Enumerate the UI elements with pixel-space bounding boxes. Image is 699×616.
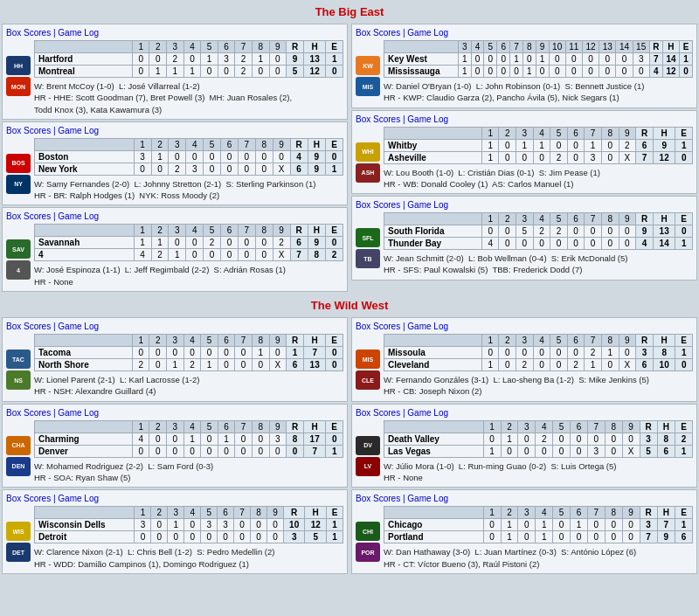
charming-logo: CHA [6, 436, 31, 455]
box-scores-link[interactable]: Box Scores [6, 28, 51, 38]
game-log-link[interactable]: Game Log [58, 494, 99, 503]
game-notes: W: Lou Booth (1-0) L: Cristián Dias (0-1… [384, 167, 693, 190]
table-row: Portland 010100000 796 [384, 531, 693, 543]
table-row: Death Valley 010200000 382 [384, 433, 693, 445]
game-links: Box Scores | Game Log [6, 28, 343, 38]
score-table: 123456789 RHE South Florida 005220000 91… [384, 212, 693, 250]
score-table: 123456789 RHE Hartford 002013210 9131 [34, 40, 343, 78]
game-wis-det: Box Scores | Game Log WIS DET [2, 489, 348, 574]
montreal-logo: MON [6, 77, 31, 96]
game-notes: W: Daniel O'Bryan (1-0) L: John Robinson… [384, 80, 693, 104]
box-scores-link[interactable]: Box Scores [356, 408, 400, 418]
wild-west-section: The Wild West Box Scores | Game Log TAC … [0, 294, 699, 576]
box-scores-link[interactable]: Box Scores [6, 211, 51, 221]
game-cha-den: Box Scores | Game Log CHA DEN [2, 404, 348, 488]
box-scores-link[interactable]: Box Scores [356, 200, 400, 210]
table-row: New York 00230000X 691 [35, 163, 343, 175]
thunderbay-logo: TB [356, 249, 380, 268]
missoula-logo: MIS [356, 350, 380, 369]
game-bos-ny: Box Scores | Game Log BOS NY [2, 121, 348, 206]
game-notes: W: Mohamed Rodriguez (2-2) L: Sam Ford (… [34, 460, 343, 484]
table-row: Chicago 010101000 371 [384, 519, 693, 531]
score-table: 123456789 RHE Missoula 000000210 381 [384, 334, 693, 371]
game-log-link[interactable]: Game Log [58, 28, 99, 38]
team4-logo: 4 [6, 260, 31, 280]
score-table: 123456789 RHE Death Valley 010200000 382 [384, 420, 693, 458]
box-scores-link[interactable]: Box Scores [6, 408, 51, 418]
detroit-logo: DET [6, 543, 31, 562]
asheville-logo: ASH [356, 163, 380, 183]
game-log-link[interactable]: Game Log [58, 322, 99, 331]
game-mis-cle: Box Scores | Game Log MIS CLE [351, 317, 697, 402]
game-log-link[interactable]: Game Log [407, 408, 448, 418]
game-log-link[interactable]: Game Log [58, 211, 99, 221]
table-row: Mississauga 1000010000000 4120 [384, 66, 693, 78]
box-scores-link[interactable]: Box Scores [356, 114, 400, 124]
game-log-link[interactable]: Game Log [58, 408, 99, 418]
box-scores-link[interactable]: Box Scores [356, 28, 400, 38]
game-notes: W: Jean Schmitt (2-0) L: Bob Wellman (0-… [384, 253, 693, 276]
boston-logo: BOS [6, 154, 31, 173]
table-row: Las Vegas 10000030X 561 [384, 445, 693, 457]
table-row: North Shore 20121000X 6130 [35, 359, 343, 371]
table-row: Savannah 110020002 690 [35, 237, 343, 249]
game-tac-ns: Box Scores | Game Log TAC NS [2, 317, 348, 402]
box-scores-link[interactable]: Box Scores [356, 494, 400, 503]
keywest-logo: KW [356, 56, 380, 75]
score-table: 3456789101112131415 RHE Key West 1000101… [384, 40, 693, 78]
game-log-link[interactable]: Game Log [407, 200, 448, 210]
game-chi-por: Box Scores | Game Log CHI POR [351, 489, 697, 574]
game-log-link[interactable]: Game Log [407, 322, 448, 331]
whitby-logo: WHI [356, 142, 380, 162]
table-row: Hartford 002013210 9131 [35, 53, 343, 66]
game-kw-mis: Box Scores | Game Log KW MIS [351, 24, 697, 108]
game-log-link[interactable]: Game Log [407, 494, 448, 503]
score-table: 123456789 RHE Charming 400101003 8170 [34, 420, 343, 458]
score-table: 123456789 RHE Tacoma 000000010 170 [34, 334, 343, 371]
box-scores-link[interactable]: Box Scores [6, 494, 51, 503]
table-row: Thunder Bay 400000000 4141 [384, 238, 693, 250]
game-hh-mon: Box Scores | Game Log HH MON [2, 24, 348, 120]
game-log-link[interactable]: Game Log [407, 114, 448, 124]
score-table: 123456789 RHE Chicago 010101000 371 [384, 506, 693, 543]
table-row: South Florida 005220000 9130 [384, 225, 693, 238]
score-table: 123456789 RHE Whitby 101100102 691 [384, 127, 693, 164]
box-scores-link[interactable]: Box Scores [6, 322, 51, 331]
northshore-logo: NS [6, 370, 31, 390]
cleveland-logo: CLE [356, 370, 380, 390]
wild-west-title: The Wild West [0, 294, 699, 315]
portland-logo: POR [356, 543, 380, 562]
lasvegas-logo: LV [356, 457, 380, 476]
big-east-left-games: Box Scores | Game Log HH MON [0, 22, 350, 294]
box-scores-link[interactable]: Box Scores [356, 322, 400, 331]
savannah-logo: SAV [6, 239, 31, 259]
table-row: Wisconsin Dells 301033000 10121 [35, 519, 343, 531]
wild-west-left-games: Box Scores | Game Log TAC NS [0, 315, 350, 576]
game-log-link[interactable]: Game Log [58, 126, 99, 135]
score-table: 123456789 RHE Savannah 110020002 690 [34, 224, 343, 261]
game-notes: W: Clarence Nixon (2-1) L: Chris Bell (1… [34, 546, 343, 570]
game-notes: W: Lionel Parent (2-1) L: Karl Lacrosse … [34, 374, 343, 398]
big-east-right-games: Box Scores | Game Log KW MIS [350, 22, 699, 294]
big-east-section: The Big East Box Scores | Game Log HH MO… [0, 0, 699, 294]
game-notes: W: José Espinoza (1-1) L: Jeff Regimbald… [34, 264, 343, 287]
game-log-link[interactable]: Game Log [407, 28, 448, 38]
southflorida-logo: SFL [356, 228, 380, 247]
newyork-logo: NY [6, 175, 31, 194]
table-row: Missoula 000000210 381 [384, 347, 693, 359]
game-sav: Box Scores | Game Log SAV 4 [2, 207, 348, 292]
chicago-logo: CHI [356, 522, 380, 541]
wisconsin-logo: WIS [6, 522, 31, 541]
game-notes: W: Fernando Gonzáles (3-1) L: Lao-sheng … [384, 374, 693, 398]
box-scores-link[interactable]: Box Scores [6, 126, 51, 135]
denver-logo: DEN [6, 457, 31, 476]
table-row: Detroit 000000000 351 [35, 531, 343, 543]
table-row: Cleveland 10200210X 6100 [384, 359, 693, 371]
game-notes: W: Brent McCoy (1-0) L: José Villarreal … [34, 80, 343, 115]
table-row: Asheville 10002030X 7120 [384, 151, 693, 163]
game-dv-lv: Box Scores | Game Log DV LV [351, 404, 697, 488]
score-table: 123456789 RHE Wisconsin Dells 301033000 … [34, 506, 343, 543]
table-row: Denver 000000000 071 [35, 445, 343, 457]
table-row: 4 42100000X 782 [35, 249, 343, 261]
game-notes: W: Samy Fernandes (2-0) L: Johnny Strett… [34, 178, 343, 202]
